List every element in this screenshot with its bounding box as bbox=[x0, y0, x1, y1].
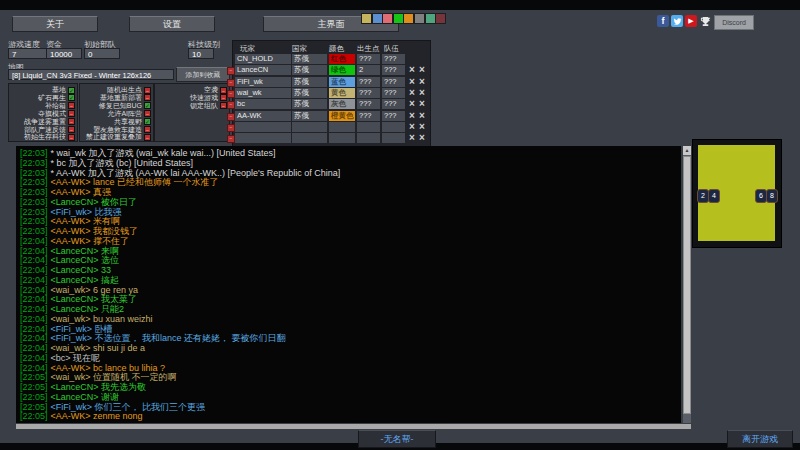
setting-input[interactable]: 7 bbox=[8, 48, 48, 59]
option-checkbox[interactable]: − bbox=[68, 118, 75, 125]
ban-button[interactable]: × bbox=[417, 99, 427, 109]
team-select[interactable] bbox=[382, 133, 405, 143]
spawn-select[interactable] bbox=[357, 133, 380, 143]
color-select[interactable]: 灰色 bbox=[329, 99, 355, 109]
option-row: 锁定组队− bbox=[190, 102, 227, 110]
mute-indicator[interactable]: − bbox=[227, 90, 235, 98]
faction-select[interactable]: 苏俄 bbox=[292, 65, 327, 75]
ban-button[interactable]: × bbox=[417, 122, 427, 132]
add-favorite-button[interactable]: 添加到收藏 bbox=[176, 67, 230, 82]
chat-text: <LanceCN> 谢谢 bbox=[51, 392, 120, 402]
mute-indicator[interactable]: − bbox=[227, 79, 235, 87]
color-select[interactable] bbox=[329, 133, 355, 143]
team-select[interactable] bbox=[382, 122, 405, 132]
scroll-up-icon[interactable]: ▲ bbox=[683, 146, 691, 155]
color-select[interactable]: 红色 bbox=[329, 54, 355, 64]
faction-select[interactable]: 苏俄 bbox=[292, 111, 327, 121]
spawn-point-8[interactable]: 8 bbox=[766, 189, 778, 203]
chat-text: <wai_wk> bu xuan weizhi bbox=[51, 314, 153, 324]
option-checkbox[interactable]: − bbox=[68, 102, 75, 109]
ban-button[interactable]: × bbox=[417, 65, 427, 75]
faction-select[interactable]: 苏俄 bbox=[292, 77, 327, 87]
mute-indicator[interactable]: − bbox=[227, 101, 235, 109]
color-swatch bbox=[414, 13, 425, 24]
tab-about[interactable]: 关于 bbox=[12, 16, 98, 32]
team-select[interactable]: ??? bbox=[382, 99, 405, 109]
spawn-select[interactable]: ??? bbox=[357, 99, 380, 109]
option-checkbox[interactable]: − bbox=[220, 87, 227, 94]
option-checkbox[interactable]: − bbox=[220, 102, 227, 109]
mute-indicator[interactable]: − bbox=[227, 135, 235, 143]
kick-button[interactable]: × bbox=[407, 133, 417, 143]
chat-timestamp: [22:03] bbox=[20, 207, 48, 217]
team-select[interactable]: ??? bbox=[382, 65, 405, 75]
color-select[interactable]: 蓝色 bbox=[329, 77, 355, 87]
spawn-point-4[interactable]: 4 bbox=[708, 189, 720, 203]
team-select[interactable]: ??? bbox=[382, 88, 405, 98]
spawn-select[interactable]: 2 bbox=[357, 65, 380, 75]
map-select[interactable]: [8] Liquid_CN 3v3 Fixed - Winter 126x126 bbox=[8, 69, 174, 80]
color-select[interactable]: 绿色 bbox=[329, 65, 355, 75]
faction-select[interactable]: 苏俄 bbox=[292, 88, 327, 98]
mute-indicator[interactable]: − bbox=[227, 113, 235, 121]
team-select[interactable]: ??? bbox=[382, 54, 405, 64]
kick-button[interactable]: × bbox=[407, 111, 417, 121]
scrollbar-thumb[interactable] bbox=[683, 156, 691, 414]
setting-input[interactable]: 0 bbox=[84, 48, 120, 59]
discord-button[interactable]: Discord bbox=[714, 15, 754, 30]
color-select[interactable] bbox=[329, 122, 355, 132]
faction-select[interactable] bbox=[292, 133, 327, 143]
option-checkbox[interactable]: − bbox=[144, 126, 151, 133]
option-checkbox[interactable]: ✓ bbox=[68, 94, 75, 101]
faction-select[interactable] bbox=[292, 122, 327, 132]
trophy-icon[interactable] bbox=[699, 15, 711, 27]
faction-select[interactable]: 苏俄 bbox=[292, 99, 327, 109]
chat-text: * bc 加入了游戏 (bc) [United States] bbox=[51, 158, 194, 168]
spawn-select[interactable] bbox=[357, 122, 380, 132]
option-checkbox[interactable]: − bbox=[144, 110, 151, 117]
option-checkbox[interactable]: − bbox=[68, 110, 75, 117]
youtube-icon[interactable]: ▶ bbox=[685, 15, 697, 27]
mute-indicator[interactable]: − bbox=[227, 124, 235, 132]
setting-input[interactable]: 10 bbox=[188, 48, 214, 59]
color-select[interactable]: 黄色 bbox=[329, 88, 355, 98]
spawn-select[interactable]: ??? bbox=[357, 111, 380, 121]
option-checkbox[interactable]: − bbox=[68, 126, 75, 133]
faction-select[interactable]: 苏俄 bbox=[292, 54, 327, 64]
option-checkbox[interactable]: − bbox=[68, 134, 75, 141]
option-checkbox[interactable]: − bbox=[144, 134, 151, 141]
kick-button[interactable]: × bbox=[407, 122, 417, 132]
chat-text: <AA-WK> 真强 bbox=[51, 187, 112, 197]
color-select[interactable]: 橙黄色 bbox=[329, 111, 355, 121]
mute-indicator[interactable]: − bbox=[227, 67, 235, 75]
clan-button[interactable]: -无名帮- bbox=[358, 430, 436, 448]
ban-button[interactable]: × bbox=[417, 77, 427, 87]
team-select[interactable]: ??? bbox=[382, 77, 405, 87]
option-checkbox[interactable]: − bbox=[144, 87, 151, 94]
spawn-select[interactable]: ??? bbox=[357, 54, 380, 64]
option-checkbox[interactable]: ✓ bbox=[144, 102, 151, 109]
chat-hscrollbar[interactable] bbox=[16, 424, 691, 429]
ban-button[interactable]: × bbox=[417, 133, 427, 143]
spawn-select[interactable]: ??? bbox=[357, 77, 380, 87]
team-select[interactable]: ??? bbox=[382, 111, 405, 121]
option-checkbox[interactable]: − bbox=[220, 94, 227, 101]
ban-button[interactable]: × bbox=[417, 111, 427, 121]
kick-button[interactable]: × bbox=[407, 99, 417, 109]
option-checkbox[interactable]: − bbox=[144, 94, 151, 101]
leave-game-button[interactable]: 离开游戏 bbox=[727, 430, 793, 448]
option-checkbox[interactable]: ✓ bbox=[144, 118, 151, 125]
chat-scrollbar[interactable]: ▲ bbox=[683, 146, 691, 423]
kick-button[interactable]: × bbox=[407, 65, 417, 75]
kick-button[interactable]: × bbox=[407, 88, 417, 98]
kick-button[interactable]: × bbox=[407, 77, 417, 87]
twitter-icon[interactable] bbox=[671, 15, 683, 27]
chat-timestamp: [22:05] bbox=[20, 372, 48, 382]
facebook-icon[interactable]: f bbox=[657, 15, 669, 27]
option-checkbox[interactable]: ✓ bbox=[68, 87, 75, 94]
chat-message: [22:04]<LanceCN> 只能2 bbox=[20, 304, 124, 314]
setting-input[interactable]: 10000 bbox=[46, 48, 82, 59]
tab-settings[interactable]: 设置 bbox=[129, 16, 215, 32]
spawn-select[interactable]: ??? bbox=[357, 88, 380, 98]
ban-button[interactable]: × bbox=[417, 88, 427, 98]
